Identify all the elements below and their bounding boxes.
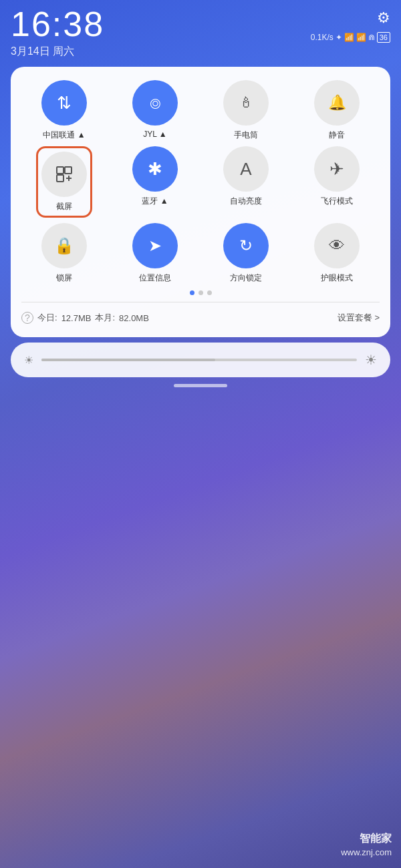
brightness-slider[interactable] [41, 359, 357, 361]
dot-2 [198, 290, 203, 295]
eyecare-icon: 👁 [314, 223, 360, 268]
watermark-url: www.znj.com [341, 847, 392, 859]
dot-1 [190, 290, 194, 295]
today-label: 今日: [37, 312, 57, 324]
settings-link[interactable]: 设置套餐 > [338, 312, 380, 324]
time-section: 16:38 3月14日 周六 [11, 5, 104, 59]
location-label: 位置信息 [139, 272, 171, 284]
network-speed: 0.1K/s [311, 33, 333, 42]
quick-settings-panel: ⇅ 中国联通 ▲ ⌾ JYL ▲ 🕯 手电筒 🔔 静音 [11, 67, 390, 337]
home-bar [0, 384, 401, 387]
status-icons: ⚙ 0.1K/s ✦ 📶 📶 ⋒ 36 [311, 5, 390, 43]
tile-rotation[interactable]: ↻ 方向锁定 [203, 223, 289, 284]
flashlight-icon: 🕯 [223, 80, 269, 126]
location-icon: ➤ [132, 223, 178, 268]
signal-icon-1: 📶 [344, 33, 354, 42]
month-label: 本月: [95, 312, 115, 324]
watermark: 智能家 www.znj.com [341, 831, 392, 859]
autobright-icon: A [223, 146, 269, 192]
wifi-label: JYL ▲ [143, 130, 166, 139]
wifi-icon-btn: ⌾ [132, 80, 178, 126]
home-indicator [174, 384, 227, 387]
tile-cellular[interactable]: ⇅ 中国联通 ▲ [21, 80, 107, 141]
tile-airplane[interactable]: ✈ 飞行模式 [294, 146, 380, 218]
svg-rect-2 [57, 175, 63, 182]
tile-wifi[interactable]: ⌾ JYL ▲ [112, 80, 198, 141]
sun-dim-icon: ☀ [24, 354, 33, 367]
lockscreen-label: 锁屏 [56, 272, 72, 284]
bluetooth-label: 蓝牙 ▲ [142, 196, 168, 207]
brightness-bar: ☀ ☀ [11, 343, 390, 377]
gear-icon[interactable]: ⚙ [377, 9, 390, 27]
question-icon: ? [21, 312, 33, 324]
rotation-label: 方向锁定 [230, 272, 262, 284]
tile-autobright[interactable]: A 自动亮度 [203, 146, 289, 218]
autobright-label: 自动亮度 [230, 196, 262, 207]
airplane-icon: ✈ [314, 146, 360, 192]
bluetooth-btn-icon: ✱ [132, 146, 178, 192]
dot-3 [207, 290, 212, 295]
flashlight-label: 手电筒 [234, 130, 258, 141]
svg-rect-1 [65, 167, 72, 174]
battery-indicator: 36 [377, 32, 390, 43]
sun-bright-icon: ☀ [365, 352, 377, 368]
battery-value: 36 [380, 33, 388, 41]
status-right-icons: 0.1K/s ✦ 📶 📶 ⋒ 36 [311, 32, 390, 43]
silent-label: 静音 [329, 130, 345, 141]
silent-icon: 🔔 [314, 80, 360, 126]
lockscreen-icon: 🔒 [41, 223, 87, 268]
tile-screenshot[interactable]: 截屏 [21, 146, 107, 218]
cellular-label: 中国联通 ▲ [43, 130, 85, 141]
svg-rect-0 [57, 167, 63, 174]
signal-icon-2: 📶 [356, 33, 366, 42]
airplane-label: 飞行模式 [321, 196, 353, 207]
bluetooth-icon: ✦ [336, 33, 342, 42]
data-usage-row: ? 今日: 12.7MB 本月: 82.0MB 设置套餐 > [21, 309, 380, 327]
month-value: 82.0MB [119, 313, 149, 323]
rotation-icon: ↻ [223, 223, 269, 268]
divider [21, 302, 380, 302]
clock-time: 16:38 [11, 5, 104, 43]
status-bar: 16:38 3月14日 周六 ⚙ 0.1K/s ✦ 📶 📶 ⋒ 36 [0, 0, 401, 61]
tile-bluetooth[interactable]: ✱ 蓝牙 ▲ [112, 146, 198, 218]
wifi-icon: ⋒ [368, 33, 375, 42]
page-dots [21, 290, 380, 295]
brightness-fill [41, 359, 215, 361]
tile-flashlight[interactable]: 🕯 手电筒 [203, 80, 289, 141]
today-value: 12.7MB [61, 313, 92, 323]
cellular-icon: ⇅ [41, 80, 87, 126]
eyecare-label: 护眼模式 [321, 272, 353, 284]
tile-silent[interactable]: 🔔 静音 [294, 80, 380, 141]
screenshot-label: 截屏 [56, 201, 72, 212]
tile-eyecare[interactable]: 👁 护眼模式 [294, 223, 380, 284]
watermark-brand: 智能家 [341, 831, 392, 846]
tiles-grid: ⇅ 中国联通 ▲ ⌾ JYL ▲ 🕯 手电筒 🔔 静音 [21, 80, 380, 284]
screenshot-icon [41, 152, 87, 197]
tile-lockscreen[interactable]: 🔒 锁屏 [21, 223, 107, 284]
tile-location[interactable]: ➤ 位置信息 [112, 223, 198, 284]
data-usage-left: ? 今日: 12.7MB 本月: 82.0MB [21, 312, 149, 324]
date-display: 3月14日 周六 [11, 45, 104, 59]
